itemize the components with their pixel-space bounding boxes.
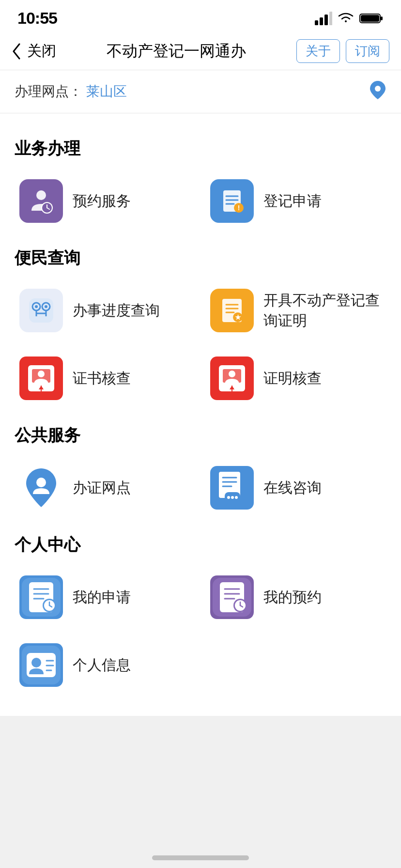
office-icon: [19, 466, 63, 510]
svg-rect-19: [29, 298, 53, 323]
proof-check-icon: [210, 356, 254, 400]
business-grid: 预约服务 ! 登记申请: [15, 170, 386, 232]
public-grid: 办证网点 在线咨询: [15, 456, 386, 519]
consult-label: 在线咨询: [263, 478, 322, 498]
my-apply-icon: [19, 575, 63, 619]
svg-point-36: [38, 371, 45, 377]
nav-title: 不动产登记一网通办: [62, 41, 291, 62]
personal-info-label: 个人信息: [73, 655, 131, 675]
menu-item-progress[interactable]: 办事进度查询: [15, 279, 196, 342]
close-label[interactable]: 关闭: [27, 41, 56, 61]
svg-rect-2: [324, 15, 328, 25]
cert-query-label: 开具不动产登记查询证明: [263, 290, 382, 331]
home-indicator: [152, 855, 249, 860]
svg-point-21: [35, 305, 38, 308]
svg-rect-0: [315, 20, 318, 25]
appointment-svg: [27, 186, 56, 216]
about-button[interactable]: 关于: [296, 39, 340, 63]
consult-icon: [210, 466, 254, 510]
my-appoint-svg: [210, 575, 254, 619]
section-title-business: 业务办理: [15, 138, 386, 160]
back-button[interactable]: [12, 43, 21, 60]
menu-item-my-appoint[interactable]: 我的预约: [205, 566, 386, 629]
personal-info-icon: [19, 643, 63, 687]
menu-item-cert-check[interactable]: 证书核查: [15, 347, 196, 410]
section-title-query: 便民查询: [15, 247, 386, 269]
personal-info-svg: [19, 643, 63, 687]
svg-point-23: [45, 305, 47, 308]
svg-text:!: !: [238, 204, 240, 212]
menu-item-register[interactable]: ! 登记申请: [205, 170, 386, 232]
my-apply-svg: [19, 575, 63, 619]
svg-point-51: [231, 496, 234, 499]
svg-rect-6: [361, 15, 379, 22]
svg-rect-1: [320, 17, 323, 25]
my-apply-label: 我的申请: [73, 587, 131, 607]
svg-point-50: [227, 496, 230, 499]
cert-query-svg: ★: [217, 296, 247, 325]
svg-point-8: [36, 190, 46, 200]
menu-item-personal-info[interactable]: 个人信息: [15, 634, 196, 697]
cert-check-icon: [19, 356, 63, 400]
footer-gray-area: [0, 716, 401, 868]
nav-bar: 关闭 不动产登记一网通办 关于 订阅: [0, 32, 401, 70]
menu-item-appointment[interactable]: 预约服务: [15, 170, 196, 232]
appointment-label: 预约服务: [73, 191, 131, 211]
branch-bar: 办理网点： 莱山区: [0, 70, 401, 113]
svg-point-52: [235, 496, 238, 499]
consult-svg: [210, 466, 254, 510]
appointment-icon: [19, 179, 63, 223]
progress-svg: [27, 296, 56, 325]
proof-check-label: 证明核查: [263, 368, 322, 388]
branch-value[interactable]: 莱山区: [86, 82, 127, 101]
register-svg: !: [217, 186, 247, 216]
register-icon: !: [210, 179, 254, 223]
signal-icon: [315, 12, 332, 25]
back-chevron-icon: [12, 43, 21, 60]
main-content: 业务办理 预约服务: [0, 113, 401, 716]
status-icons: [315, 12, 384, 25]
my-appoint-icon: [210, 575, 254, 619]
personal-grid: 我的申请 我的预约: [15, 566, 386, 697]
status-bar: 10:55: [0, 0, 401, 32]
branch-label: 办理网点：: [15, 82, 82, 101]
cert-check-svg: [19, 356, 63, 400]
register-label: 登记申请: [263, 191, 322, 211]
svg-point-43: [36, 478, 46, 487]
subscribe-button[interactable]: 订阅: [346, 39, 389, 63]
progress-icon: [19, 289, 63, 332]
wifi-icon: [337, 12, 355, 25]
cert-check-label: 证书核查: [73, 368, 131, 388]
menu-item-proof-check[interactable]: 证明核查: [205, 347, 386, 410]
section-title-public: 公共服务: [15, 424, 386, 447]
svg-rect-5: [381, 16, 383, 20]
svg-point-7: [375, 86, 381, 92]
section-title-personal: 个人中心: [15, 534, 386, 556]
svg-rect-3: [329, 12, 332, 25]
location-icon[interactable]: [369, 80, 386, 103]
menu-item-my-apply[interactable]: 我的申请: [15, 566, 196, 629]
office-svg: [19, 466, 63, 510]
progress-label: 办事进度查询: [73, 300, 160, 321]
office-label: 办证网点: [73, 478, 131, 498]
cert-query-icon: ★: [210, 289, 254, 332]
battery-icon: [359, 12, 384, 25]
status-time: 10:55: [17, 9, 57, 28]
menu-item-office[interactable]: 办证网点: [15, 456, 196, 519]
query-grid: 办事进度查询 ★ 开具不动产登记查询证明: [15, 279, 386, 410]
menu-item-consult[interactable]: 在线咨询: [205, 456, 386, 519]
svg-point-41: [229, 371, 235, 377]
my-appoint-label: 我的预约: [263, 587, 322, 607]
svg-point-73: [31, 658, 41, 667]
proof-check-svg: [210, 356, 254, 400]
svg-text:★: ★: [235, 313, 241, 321]
menu-item-cert-query[interactable]: ★ 开具不动产登记查询证明: [205, 279, 386, 342]
